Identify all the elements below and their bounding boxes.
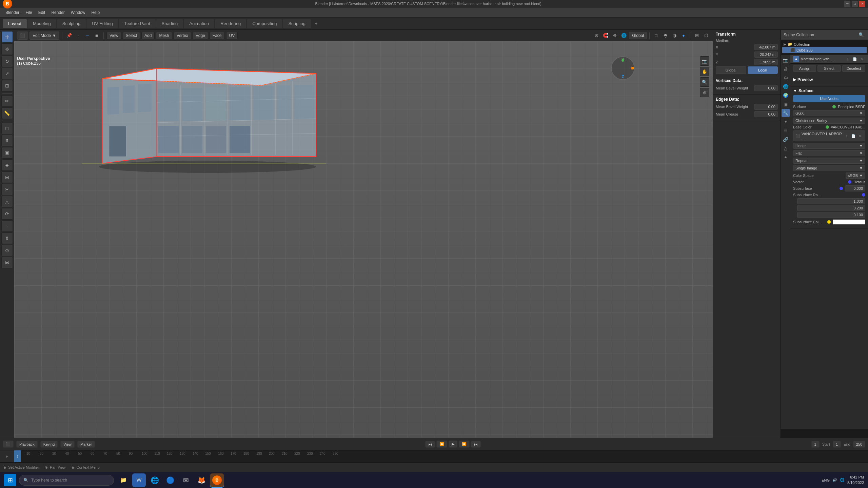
global-btn[interactable]: Global — [716, 66, 746, 74]
timeline-view-btn[interactable]: View — [60, 441, 75, 448]
tool-cursor[interactable]: ✛ — [1, 31, 13, 43]
gizmo-z-axis[interactable]: Z — [622, 75, 624, 79]
start-frame-input[interactable]: 1 — [833, 441, 841, 448]
particles-icon[interactable]: ✦ — [782, 118, 790, 126]
transform-orientation-select[interactable]: Global — [629, 32, 647, 39]
tab-texture-paint[interactable]: Texture Paint — [119, 19, 156, 28]
constraints-icon[interactable]: 🔗 — [782, 135, 790, 143]
scene-icon[interactable]: 🌐 — [782, 82, 790, 90]
play-btn[interactable]: ▶ — [449, 441, 457, 448]
menu-render[interactable]: Render — [48, 9, 67, 16]
tool-shear[interactable]: ⋈ — [1, 257, 13, 268]
gizmo-circle[interactable]: Y X Z — [611, 56, 635, 80]
vp-nav-view[interactable]: View — [106, 32, 121, 39]
edge-bevel-value[interactable]: 0.00 — [754, 104, 778, 110]
snap-btn[interactable]: 🧲 — [601, 32, 610, 40]
tool-inset[interactable]: ▣ — [1, 147, 13, 159]
timeline-editor-btn[interactable]: ⬛ — [3, 441, 14, 448]
tab-modeling[interactable]: Modeling — [27, 19, 56, 28]
vp-nav-select[interactable]: Select — [123, 32, 140, 39]
end-frame-input[interactable]: 250 — [853, 441, 865, 448]
vp-tool-object-data[interactable]: ⊕ — [700, 88, 709, 97]
select-btn[interactable]: Select — [817, 65, 841, 72]
marker-btn[interactable]: Marker — [77, 441, 95, 448]
z-value[interactable]: 1.9055 m — [754, 59, 778, 65]
texture-new-btn[interactable]: 📄 — [851, 133, 856, 139]
tool-loop-cut[interactable]: ⊟ — [1, 171, 13, 183]
vert-bevel-value[interactable]: 0.00 — [754, 85, 778, 91]
tab-animation[interactable]: Animation — [184, 19, 214, 28]
keying-btn[interactable]: Keying — [40, 441, 58, 448]
repeat-dropdown[interactable]: Repeat▼ — [793, 158, 865, 164]
physics-icon[interactable]: ⚛ — [782, 126, 790, 135]
editor-type-select[interactable]: ⬛ — [17, 32, 28, 40]
taskbar-app-firefox[interactable]: 🦊 — [195, 473, 208, 487]
tool-knife[interactable]: ✂ — [1, 184, 13, 195]
tab-layout[interactable]: Layout — [3, 19, 27, 28]
shading-wireframe[interactable]: □ — [652, 32, 660, 40]
viewport-mesh-mode-verts[interactable]: · — [74, 32, 82, 40]
maximize-button[interactable]: □ — [852, 1, 858, 7]
playback-btn[interactable]: Playback — [16, 441, 38, 448]
render-icon[interactable]: 📷 — [782, 56, 790, 64]
windows-search-bar[interactable]: 🔍 Type here to search — [19, 475, 114, 486]
vp-tool-camera[interactable]: 📷 — [700, 56, 709, 66]
preview-header[interactable]: ▶ Preview — [793, 77, 865, 82]
tab-compositing[interactable]: Compositing — [247, 19, 282, 28]
tool-cube-add[interactable]: □ — [1, 123, 13, 134]
mean-crease-value[interactable]: 0.00 — [754, 111, 778, 117]
subsurface-input[interactable] — [845, 185, 865, 191]
vp-nav-uv[interactable]: UV — [226, 32, 238, 39]
flat-dropdown[interactable]: Flat▼ — [793, 150, 865, 156]
object-icon[interactable]: ▣ — [782, 100, 790, 108]
vp-nav-vertex[interactable]: Vertex — [174, 32, 191, 39]
overlay-btn[interactable]: ⊞ — [693, 32, 701, 40]
transform-orient-btn[interactable]: 🌐 — [620, 32, 628, 40]
proportional-edit-btn[interactable]: ⊙ — [592, 32, 600, 40]
tool-move[interactable]: ✥ — [1, 43, 13, 55]
tab-scripting[interactable]: Scripting — [283, 19, 311, 28]
texture-close-btn[interactable]: ✕ — [857, 133, 863, 139]
vp-nav-edge[interactable]: Edge — [193, 32, 208, 39]
tool-extrude[interactable]: ⬆ — [1, 135, 13, 146]
taskbar-app-word[interactable]: W — [132, 473, 146, 487]
shading-solid[interactable]: ◓ — [661, 32, 669, 40]
prev-frame-btn[interactable]: ⏪ — [436, 441, 447, 448]
data-icon[interactable]: △ — [782, 144, 790, 152]
minimize-button[interactable]: ─ — [844, 1, 850, 7]
subsurface-r1-input[interactable] — [797, 198, 865, 204]
navigation-gizmo[interactable]: Y X Z — [611, 56, 638, 83]
ggx-dropdown[interactable]: GGX ▼ — [793, 110, 865, 116]
vp-tool-zoom[interactable]: 🔍 — [700, 77, 709, 87]
next-frame-btn[interactable]: ⏩ — [459, 441, 470, 448]
view-layer-icon[interactable]: 🗂 — [782, 74, 790, 82]
vp-nav-mesh[interactable]: Mesh — [156, 32, 172, 39]
viewport-pin-btn[interactable]: 📌 — [65, 32, 73, 40]
tool-transform[interactable]: ⊞ — [1, 80, 13, 92]
surface-header[interactable]: ▼ Surface — [793, 88, 865, 93]
viewport-scene[interactable]: User Perspective (1) Cube.236 — [14, 41, 713, 438]
xray-btn[interactable]: ⬡ — [702, 32, 710, 40]
subsurface-r2-input[interactable] — [797, 205, 865, 211]
material-icon[interactable]: ● — [782, 153, 790, 161]
current-frame-display[interactable]: 1 — [811, 441, 820, 448]
tool-scale[interactable]: ⤢ — [1, 68, 13, 79]
mat-browse-btn[interactable]: ↕ — [844, 56, 850, 62]
tool-annotate[interactable]: ✏ — [1, 95, 13, 107]
subsurface-r3-input[interactable] — [797, 212, 865, 218]
christensen-dropdown[interactable]: Christensen-Burley ▼ — [793, 118, 865, 124]
timeline-track[interactable]: 1 10 20 30 40 50 60 70 80 90 100 110 120… — [14, 450, 868, 462]
tab-uv-editing[interactable]: UV Editing — [86, 19, 118, 28]
current-frame-marker[interactable]: 1 — [14, 450, 21, 462]
tool-spin[interactable]: ⟳ — [1, 208, 13, 220]
x-value[interactable]: -62.807 m — [754, 44, 778, 50]
assign-btn[interactable]: Assign — [793, 65, 816, 72]
taskbar-app-blender[interactable]: B — [210, 473, 224, 487]
tool-smooth[interactable]: ~ — [1, 220, 13, 232]
use-nodes-btn[interactable]: Use Nodes — [793, 95, 865, 102]
vp-tool-pan[interactable]: ✋ — [700, 67, 709, 76]
windows-start-button[interactable]: ⊞ — [4, 474, 16, 486]
mat-icon[interactable]: ● — [793, 56, 799, 62]
output-icon[interactable]: 🖨 — [782, 65, 790, 73]
menu-window[interactable]: Window — [68, 9, 88, 16]
